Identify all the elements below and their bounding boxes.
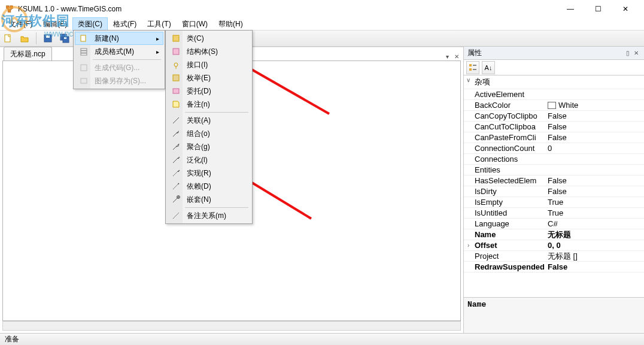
save-icon[interactable] [42,33,53,44]
property-value[interactable]: False [545,176,644,185]
property-value[interactable]: True [545,198,644,207]
property-value[interactable]: False [545,187,644,196]
property-key: Language [464,219,545,228]
property-value[interactable]: 0 [545,144,644,153]
properties-toolbar: A↓ [464,60,644,75]
property-value[interactable]: 0, 0 [545,241,644,250]
property-row[interactable]: BackColorWhite [464,100,644,111]
property-row[interactable]: LanguageC# [464,219,644,229]
horizontal-scrollbar[interactable] [2,321,461,331]
menu-new-label: 新建(N) [95,34,119,44]
menu-generate-code[interactable]: 生成代码(G)... [75,61,163,74]
color-chip-icon [548,102,556,109]
svg-rect-1 [10,5,13,8]
document-tab[interactable]: 无标题.ncp [4,47,52,61]
composition-icon [171,129,181,138]
menu-new-note-label: 备注(n) [187,99,210,110]
menu-new-generalization[interactable]: 泛化(l) [167,153,251,167]
aggregation-icon [171,142,181,152]
property-value[interactable]: True [545,208,644,217]
menu-new-struct[interactable]: 结构体(S) [167,45,251,58]
menu-new-enum[interactable]: 枚举(E) [167,71,251,84]
saveimg-icon [79,76,89,86]
categorized-button[interactable] [466,61,479,74]
menu-new-association-label: 关联(A) [187,116,211,126]
properties-panel: 属性 ▯ ✕ A↓ 杂项 ActiveElementBackColorWhite… [463,47,644,333]
property-row[interactable]: CanPasteFromCliFalse [464,132,644,143]
submenu-arrow-icon: ▸ [156,35,159,42]
classdiagram-menu: 新建(N) ▸ 成员格式(M) ▸ 生成代码(G)... 图像另存为(S)... [73,30,165,89]
menu-classdiagram[interactable]: 类图(C) [72,17,108,31]
property-row[interactable]: CanCopyToClipboFalse [464,111,644,122]
menu-format[interactable]: 格式(F) [108,17,142,31]
property-category[interactable]: 杂项 [464,75,644,89]
property-row[interactable]: HasSelectedElemFalse [464,175,644,186]
menu-new-note-relation[interactable]: 备注关系(m) [167,209,251,222]
property-row[interactable]: Project无标题 [] [464,251,644,262]
saveall-icon[interactable] [59,33,70,44]
property-row[interactable]: ConnectionCount0 [464,143,644,154]
property-key: Connections [464,155,545,164]
property-row[interactable]: CanCutToClipboaFalse [464,122,644,132]
menu-window[interactable]: 窗口(W) [177,17,213,31]
menu-save-image[interactable]: 图像另存为(S)... [75,74,163,87]
menu-new-realization[interactable]: 实现(R) [167,167,251,180]
property-key: IsDirty [464,187,545,196]
menu-new[interactable]: 新建(N) ▸ [75,32,163,45]
property-row[interactable]: IsDirtyFalse [464,186,644,197]
tab-dropdown-icon[interactable]: ▾ [443,52,451,60]
enum-icon [171,73,181,83]
close-button[interactable]: ✕ [612,0,639,18]
property-key: ConnectionCount [464,144,545,153]
alphabetical-button[interactable]: A↓ [482,61,495,74]
note-icon [171,99,181,109]
svg-rect-12 [469,64,472,66]
panel-close-icon[interactable]: ✕ [632,49,640,58]
new-doc-icon[interactable] [2,33,13,44]
property-row[interactable]: Name无标题 [464,229,644,240]
noterel-icon [171,211,181,220]
menu-new-composition[interactable]: 组合(o) [167,127,251,140]
property-value[interactable]: 无标题 [545,229,644,240]
menu-new-aggregation-label: 聚合(g) [187,142,210,152]
property-value[interactable]: False [545,122,644,131]
property-value[interactable]: False [545,111,644,120]
menu-new-association[interactable]: 关联(A) [167,114,251,127]
menu-separator [185,207,248,208]
generalization-icon [171,155,181,165]
property-row[interactable]: RedrawSuspendedFalse [464,262,644,273]
menu-tools[interactable]: 工具(T) [142,17,176,31]
titlebar: KSUML 1.0 - www.TimeGIS.com — ☐ ✕ [0,0,644,18]
property-value[interactable]: False [545,262,644,271]
menu-new-aggregation[interactable]: 聚合(g) [167,140,251,153]
menu-edit[interactable]: 编辑(E) [38,17,72,31]
menu-new-nesting[interactable]: 嵌套(N) [167,193,251,206]
menu-new-interface[interactable]: 接口(I) [167,58,251,71]
tab-close-icon[interactable]: ✕ [452,52,461,60]
property-value[interactable]: C# [545,219,644,228]
property-value[interactable]: 无标题 [] [545,251,644,262]
menu-help[interactable]: 帮助(H) [213,17,248,31]
menu-new-delegate[interactable]: 委托(D) [167,84,251,98]
property-value[interactable]: White [545,101,644,110]
maximize-button[interactable]: ☐ [584,0,612,18]
property-row[interactable]: IsEmptyTrue [464,197,644,208]
property-key: IsEmpty [464,198,545,207]
property-row[interactable]: ActiveElement [464,89,644,100]
menu-file[interactable]: 文件(F) [4,17,38,31]
property-row[interactable]: Connections [464,154,644,165]
menu-new-note[interactable]: 备注(n) [167,98,251,111]
class-icon [171,34,181,43]
panel-pin-icon[interactable]: ▯ [624,49,632,58]
property-row[interactable]: Entities [464,165,644,175]
property-row[interactable]: Offset0, 0 [464,240,644,251]
menu-member-format[interactable]: 成员格式(M) ▸ [75,45,163,58]
property-value[interactable]: False [545,133,644,142]
menu-new-class[interactable]: 类(C) [167,32,251,45]
menu-new-dependency[interactable]: 依赖(D) [167,180,251,193]
property-row[interactable]: IsUntitledTrue [464,208,644,219]
property-grid[interactable]: 杂项 ActiveElementBackColorWhiteCanCopyToC… [464,75,644,297]
minimize-button[interactable]: — [557,0,584,18]
open-icon[interactable] [19,33,30,44]
delegate-icon [171,86,181,96]
